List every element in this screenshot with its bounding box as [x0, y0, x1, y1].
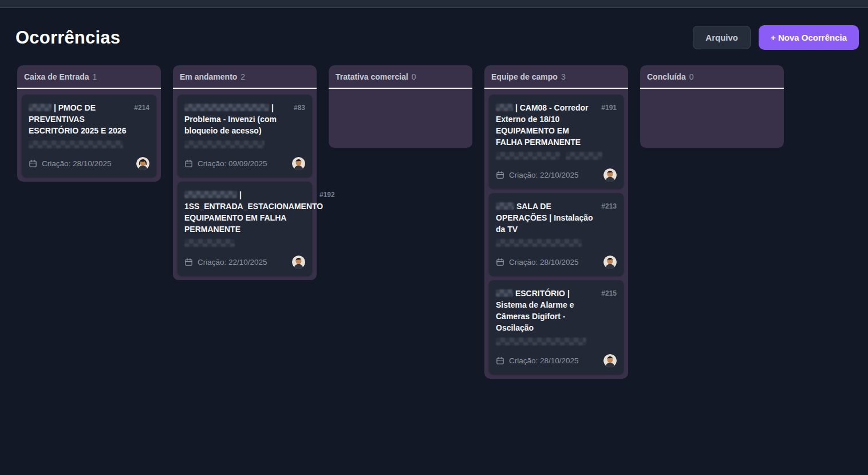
occurrence-card[interactable]: | Problema - Invenzi (com bloqueio de ac…: [177, 95, 312, 177]
archive-button[interactable]: Arquivo: [693, 26, 751, 49]
assignee-avatar: [603, 168, 617, 182]
kanban-column-3: Equipe de campo3 | CAM08 - Corredor Exte…: [484, 65, 628, 379]
page-header: Ocorrências Arquivo + Nova Ocorrência: [0, 8, 868, 50]
creation-value: 28/10/2025: [540, 258, 579, 266]
assignee-avatar: [603, 354, 617, 367]
kanban-column-2: Tratativa comercial0: [329, 65, 472, 148]
card-footer: Criação: 28/10/2025: [29, 157, 149, 170]
calendar-icon: [184, 159, 193, 168]
card-footer: Criação: 28/10/2025: [496, 256, 617, 269]
card-title: | 1SS_ENTRADA_ESTACIONAMENTO EQUIPAMENTO…: [184, 189, 305, 235]
redacted-text: [496, 239, 582, 247]
creation-value: 22/10/2025: [540, 171, 579, 179]
kanban-board: Caixa de Entrada1 | PMOC DE PREVENTIVAS …: [0, 50, 868, 379]
card-subtitle-redacted: [496, 152, 617, 160]
column-title: Concluída: [647, 72, 686, 81]
column-body: [640, 89, 784, 148]
creation-label: Criação:: [509, 258, 538, 266]
calendar-icon: [496, 171, 504, 179]
creation-label: Criação:: [198, 258, 226, 266]
assignee-avatar: [292, 256, 305, 269]
assignee-avatar: [603, 256, 617, 269]
card-header: | CAM08 - Corredor Externo de 18/10 EQUI…: [496, 102, 617, 148]
card-footer: Criação: 22/10/2025: [496, 168, 617, 182]
redacted-text: [566, 152, 602, 160]
column-body: | CAM08 - Corredor Externo de 18/10 EQUI…: [484, 89, 628, 379]
card-title: SALA DE OPERAÇÕES | Instalação da TV: [496, 201, 597, 235]
creation-value: 28/10/2025: [73, 159, 112, 168]
card-id-badge: #213: [601, 201, 617, 235]
creation-label: Criação:: [198, 159, 226, 168]
top-bar: [0, 0, 868, 8]
occurrence-card[interactable]: | CAM08 - Corredor Externo de 18/10 EQUI…: [489, 95, 624, 189]
column-count: 0: [689, 72, 694, 81]
card-id-badge: #191: [601, 102, 617, 148]
creation-value: 28/10/2025: [540, 356, 579, 365]
card-subtitle-redacted: [496, 239, 617, 247]
redacted-text: [184, 239, 235, 247]
card-footer: Criação: 28/10/2025: [496, 354, 617, 367]
redacted-text: [29, 104, 52, 111]
creation-label: Criação:: [509, 171, 538, 179]
creation-date: Criação: 09/09/2025: [184, 159, 267, 168]
column-count: 2: [240, 72, 245, 81]
redacted-text: [184, 140, 265, 148]
card-id-badge: #192: [319, 189, 335, 201]
header-actions: Arquivo + Nova Ocorrência: [693, 25, 859, 50]
redacted-text: [496, 202, 514, 210]
card-id-badge: #83: [294, 102, 305, 136]
column-body: | PMOC DE PREVENTIVAS ESCRITÓRIO 2025 E …: [17, 89, 161, 182]
kanban-column-4: Concluída0: [640, 65, 784, 148]
card-id-badge: #214: [134, 102, 149, 136]
creation-date: Criação: 28/10/2025: [29, 159, 112, 168]
card-subtitle-redacted: [184, 140, 305, 148]
assignee-avatar: [136, 157, 149, 170]
creation-label: Criação:: [509, 356, 538, 365]
column-title: Equipe de campo: [491, 72, 558, 81]
redacted-text: [496, 152, 560, 160]
column-header: Tratativa comercial0: [329, 65, 472, 88]
calendar-icon: [496, 258, 504, 266]
creation-value: 09/09/2025: [228, 159, 267, 168]
occurrence-card[interactable]: SALA DE OPERAÇÕES | Instalação da TV #21…: [489, 193, 624, 276]
card-footer: Criação: 09/09/2025: [184, 157, 305, 170]
column-count: 1: [93, 72, 97, 81]
card-header: | PMOC DE PREVENTIVAS ESCRITÓRIO 2025 E …: [29, 102, 149, 136]
kanban-column-1: Em andamento2 | Problema - Invenzi (com …: [173, 65, 317, 280]
card-title: ESCRITÓRIO | Sistema de Alarme e Câmeras…: [496, 288, 597, 333]
creation-value: 22/10/2025: [228, 258, 267, 266]
column-count: 0: [412, 72, 416, 81]
card-header: SALA DE OPERAÇÕES | Instalação da TV #21…: [496, 201, 617, 235]
column-title: Tratativa comercial: [336, 72, 408, 81]
occurrence-card[interactable]: ESCRITÓRIO | Sistema de Alarme e Câmeras…: [489, 280, 624, 374]
new-occurrence-button[interactable]: + Nova Ocorrência: [759, 25, 859, 50]
card-id-badge: #215: [601, 288, 617, 333]
card-subtitle-redacted: [29, 140, 149, 148]
creation-date: Criação: 28/10/2025: [496, 356, 579, 365]
calendar-icon: [184, 258, 193, 266]
occurrence-card[interactable]: | PMOC DE PREVENTIVAS ESCRITÓRIO 2025 E …: [22, 95, 156, 177]
card-subtitle-redacted: [496, 337, 617, 346]
column-count: 3: [561, 72, 566, 81]
card-header: | Problema - Invenzi (com bloqueio de ac…: [184, 102, 305, 136]
card-title: | PMOC DE PREVENTIVAS ESCRITÓRIO 2025 E …: [29, 102, 129, 136]
redacted-text: [496, 337, 586, 346]
page-title: Ocorrências: [15, 28, 120, 48]
column-header: Concluída0: [640, 65, 784, 88]
column-title: Caixa de Entrada: [24, 72, 89, 81]
occurrence-card[interactable]: | 1SS_ENTRADA_ESTACIONAMENTO EQUIPAMENTO…: [177, 182, 312, 276]
card-title: | Problema - Invenzi (com bloqueio de ac…: [184, 102, 289, 136]
column-header: Caixa de Entrada1: [17, 65, 161, 88]
card-subtitle-redacted: [184, 239, 305, 247]
card-header: ESCRITÓRIO | Sistema de Alarme e Câmeras…: [496, 288, 617, 333]
column-title: Em andamento: [180, 72, 237, 81]
calendar-icon: [29, 159, 37, 168]
column-header: Equipe de campo3: [484, 65, 628, 88]
redacted-text: [496, 289, 513, 297]
assignee-avatar: [292, 157, 305, 170]
card-header: | 1SS_ENTRADA_ESTACIONAMENTO EQUIPAMENTO…: [184, 189, 305, 235]
column-header: Em andamento2: [173, 65, 317, 88]
redacted-text: [184, 104, 269, 111]
creation-date: Criação: 22/10/2025: [184, 258, 267, 266]
creation-date: Criação: 28/10/2025: [496, 258, 579, 266]
